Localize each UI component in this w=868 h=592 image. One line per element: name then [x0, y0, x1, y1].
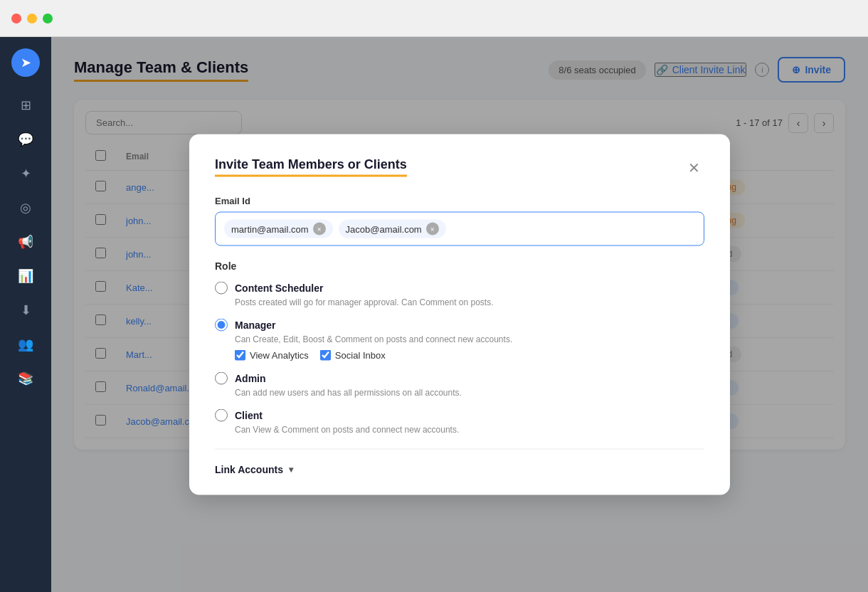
perm-social-inbox-label: Social Inbox [335, 350, 386, 361]
main-content: Manage Team & Clients 8/6 seats occupied… [51, 37, 868, 592]
logo-icon: ➤ [21, 55, 31, 70]
role-label: Role [215, 260, 704, 272]
role-name-manager: Manager [235, 319, 276, 331]
sidebar-item-dashboard[interactable]: ⊞ [11, 91, 40, 120]
role-option-manager: Manager Can Create, Edit, Boost & Commen… [215, 319, 704, 361]
sidebar-item-analytics[interactable]: 📊 [11, 262, 40, 290]
sidebar: ➤ ⊞ 💬 ✦ ◎ 📢 📊 ⬇ 👥 📚 [0, 37, 51, 592]
perm-view-analytics-checkbox[interactable] [235, 350, 245, 361]
role-desc-admin: Can add new users and has all permission… [235, 388, 704, 398]
modal-header: Invite Team Members or Clients ✕ [215, 157, 704, 179]
sidebar-item-team[interactable]: 👥 [11, 330, 40, 359]
role-option-admin: Admin Can add new users and has all perm… [215, 372, 704, 398]
role-desc-client: Can View & Comment on posts and connect … [235, 425, 704, 435]
role-radio-admin[interactable] [215, 372, 228, 385]
maximize-window-button[interactable] [43, 14, 53, 23]
email-tag-jacob: Jacob@amail.com × [339, 220, 446, 238]
role-name-client: Client [235, 410, 263, 421]
close-window-button[interactable] [11, 14, 21, 23]
remove-email-martin-button[interactable]: × [313, 223, 326, 236]
email-text-input[interactable] [452, 223, 695, 234]
sidebar-item-messages[interactable]: 💬 [11, 125, 40, 154]
email-label: Email Id [215, 196, 704, 206]
perm-view-analytics-label: View Analytics [250, 350, 309, 361]
email-tag-martin: martin@amail.com × [224, 220, 333, 238]
remove-email-jacob-button[interactable]: × [426, 223, 439, 236]
sidebar-item-downloads[interactable]: ⬇ [11, 296, 40, 324]
email-tag-value: martin@amail.com [231, 223, 309, 234]
role-option-content-scheduler: Content Scheduler Posts created will go … [215, 282, 704, 307]
sidebar-item-support[interactable]: ◎ [11, 194, 40, 222]
modal-close-button[interactable]: ✕ [683, 157, 704, 179]
role-desc-content-scheduler: Posts created will go for manager approv… [235, 297, 704, 307]
manager-permissions: View Analytics Social Inbox [235, 350, 704, 361]
link-accounts-label: Link Accounts [215, 464, 283, 475]
email-tag-value: Jacob@amail.com [346, 223, 422, 234]
sidebar-item-network[interactable]: ✦ [11, 159, 40, 188]
role-name-content-scheduler: Content Scheduler [235, 282, 323, 294]
role-section: Role Content Scheduler Posts created wil… [215, 260, 704, 435]
sidebar-item-campaigns[interactable]: 📢 [11, 228, 40, 256]
modal-divider [215, 449, 704, 450]
traffic-lights [11, 14, 53, 23]
email-input-box[interactable]: martin@amail.com × Jacob@amail.com × [215, 212, 704, 246]
chevron-down-icon: ▾ [289, 465, 293, 475]
modal-title: Invite Team Members or Clients [215, 157, 407, 177]
app-container: ➤ ⊞ 💬 ✦ ◎ 📢 📊 ⬇ 👥 📚 Manage Team & Client… [0, 37, 868, 592]
perm-view-analytics[interactable]: View Analytics [235, 350, 309, 361]
perm-social-inbox[interactable]: Social Inbox [320, 350, 386, 361]
role-radio-manager[interactable] [215, 319, 228, 332]
role-option-client: Client Can View & Comment on posts and c… [215, 409, 704, 435]
sidebar-item-library[interactable]: 📚 [11, 364, 40, 393]
role-radio-client[interactable] [215, 409, 228, 422]
invite-modal: Invite Team Members or Clients ✕ Email I… [189, 134, 730, 495]
link-accounts-row[interactable]: Link Accounts ▾ [215, 464, 704, 475]
role-desc-manager: Can Create, Edit, Boost & Comment on pos… [235, 334, 704, 344]
minimize-window-button[interactable] [27, 14, 37, 23]
title-bar [0, 0, 868, 37]
role-name-admin: Admin [235, 373, 266, 384]
role-radio-content-scheduler[interactable] [215, 282, 228, 295]
perm-social-inbox-checkbox[interactable] [320, 350, 331, 361]
sidebar-logo[interactable]: ➤ [11, 48, 40, 77]
